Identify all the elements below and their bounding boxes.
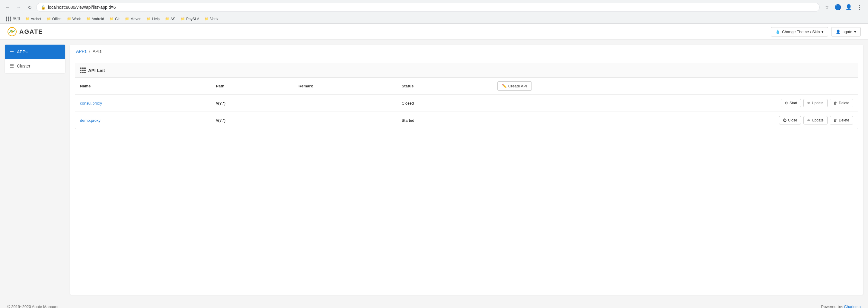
close-button-row2[interactable]: ⏻ Close <box>779 116 801 125</box>
create-api-label: Create API <box>508 84 527 88</box>
folder-icon: 📁 <box>125 17 129 21</box>
col-path: Path <box>211 78 294 95</box>
dropdown-arrow-user: ▾ <box>854 30 856 34</box>
bookmark-work[interactable]: 📁 Work <box>65 16 83 22</box>
bookmark-label: Vertx <box>210 17 218 21</box>
bookmark-label: Git <box>115 17 120 21</box>
apps-grid-icon <box>6 16 11 22</box>
folder-icon: 📁 <box>205 17 209 21</box>
url-input[interactable] <box>48 5 815 10</box>
panel-grid-icon <box>80 68 86 73</box>
bookmark-label: Archet <box>31 17 41 21</box>
start-button-row1[interactable]: ⚙ Start <box>781 99 801 107</box>
trash-icon: 🗑 <box>834 101 837 105</box>
delete-button-row2[interactable]: 🗑 Delete <box>830 116 853 125</box>
create-api-button[interactable]: ✏️ Create API <box>497 81 532 91</box>
gear-icon: ⚙ <box>785 101 788 105</box>
apps-list-icon: ☰ <box>10 49 14 55</box>
extension-button[interactable]: 🔵 <box>833 2 843 12</box>
start-label: Start <box>789 101 797 105</box>
folder-icon: 📁 <box>165 17 169 21</box>
apps-bookmark[interactable]: 应用 <box>4 15 22 22</box>
sidebar: ☰ APPs ☰ Cluster <box>5 45 65 73</box>
footer: © 2019~2020 Agate Manager Powered by: Ch… <box>0 300 868 308</box>
back-button[interactable]: ← <box>4 3 12 11</box>
change-theme-button[interactable]: 💧 Change Theme / Skin ▾ <box>771 27 829 36</box>
table-row: consul.proxy //(?.*) Closed ⚙ Start ✏ <box>75 95 858 112</box>
delete-button-row1[interactable]: 🗑 Delete <box>830 99 853 107</box>
folder-icon: 📁 <box>86 17 91 21</box>
charisma-link[interactable]: Charisma <box>844 304 861 308</box>
header-right: 💧 Change Theme / Skin ▾ 👤 agate ▾ <box>771 27 861 36</box>
row1-path: //(?.*) <box>211 95 294 112</box>
bookmark-git[interactable]: 📁 Git <box>107 16 122 22</box>
forward-button[interactable]: → <box>14 3 23 11</box>
folder-icon: 📁 <box>25 17 30 21</box>
pencil-icon: ✏ <box>807 118 810 122</box>
folder-icon: 📁 <box>110 17 114 21</box>
dropdown-arrow-theme: ▾ <box>822 30 824 34</box>
bookmark-office[interactable]: 📁 Office <box>44 16 64 22</box>
sidebar-item-apps-label: APPs <box>17 49 28 54</box>
row2-status: Started <box>397 112 493 129</box>
change-theme-label: Change Theme / Skin <box>782 30 820 34</box>
col-status: Status <box>397 78 493 95</box>
pencil-icon: ✏ <box>807 101 810 105</box>
agate-logo-icon <box>7 27 17 36</box>
bookmark-help[interactable]: 📁 Help <box>144 16 162 22</box>
consul-proxy-link[interactable]: consul.proxy <box>80 101 102 105</box>
powered-by: Powered by: Charisma <box>821 304 861 308</box>
user-menu-button[interactable]: 👤 agate ▾ <box>831 27 861 36</box>
app-logo: AGATE <box>7 27 43 36</box>
bookmark-as[interactable]: 📁 AS <box>163 16 178 22</box>
bookmark-label: Office <box>52 17 62 21</box>
folder-icon: 📁 <box>67 17 71 21</box>
bookmark-archet[interactable]: 📁 Archet <box>23 16 44 22</box>
row1-remark <box>294 95 397 112</box>
update-button-row2[interactable]: ✏ Update <box>803 116 828 125</box>
close-label: Close <box>788 118 797 122</box>
update-button-row1[interactable]: ✏ Update <box>803 99 828 107</box>
folder-icon: 📁 <box>47 17 51 21</box>
row2-name: demo.proxy <box>75 112 211 129</box>
col-actions: ✏️ Create API <box>493 78 858 95</box>
star-button[interactable]: ☆ <box>822 2 832 12</box>
update-label: Update <box>812 118 824 122</box>
folder-icon: 📁 <box>181 17 185 21</box>
api-list-panel: API List Name Path Remark Status ✏️ Crea… <box>75 63 858 129</box>
bookmark-vertx[interactable]: 📁 Vertx <box>202 16 221 22</box>
bookmark-maven[interactable]: 📁 Maven <box>123 16 144 22</box>
svg-point-1 <box>11 30 13 33</box>
apps-label: 应用 <box>13 16 20 22</box>
delete-label: Delete <box>839 101 849 105</box>
bookmark-android[interactable]: 📁 Android <box>84 16 106 22</box>
panel-header: API List <box>75 63 858 78</box>
bookmark-paysla[interactable]: 📁 PaySLA <box>178 16 202 22</box>
demo-proxy-link[interactable]: demo.proxy <box>80 118 100 123</box>
panel-title: API List <box>88 68 105 73</box>
user-label: agate <box>842 30 852 34</box>
lock-icon: 🔒 <box>41 5 45 10</box>
bookmark-label: Work <box>72 17 81 21</box>
account-button[interactable]: 👤 <box>844 2 854 12</box>
user-icon: 👤 <box>836 30 840 34</box>
breadcrumb: APPs / APIs <box>70 45 863 58</box>
breadcrumb-current: APIs <box>93 49 102 54</box>
table-row: demo.proxy //(?.*) Started ⏻ Close ✏ <box>75 112 858 129</box>
bookmarks-bar: 应用 📁 Archet 📁 Office 📁 Work 📁 Android 📁 … <box>0 14 868 24</box>
menu-button[interactable]: ⋮ <box>855 2 864 12</box>
row1-actions: ⚙ Start ✏ Update 🗑 Delete <box>493 95 858 112</box>
bookmark-label: Android <box>92 17 104 21</box>
sidebar-item-apps[interactable]: ☰ APPs <box>5 45 65 59</box>
sidebar-item-cluster-label: Cluster <box>17 64 30 68</box>
update-label: Update <box>812 101 824 105</box>
row1-name: consul.proxy <box>75 95 211 112</box>
reload-button[interactable]: ↻ <box>25 3 34 11</box>
power-icon: ⏻ <box>783 118 786 122</box>
content-area: APPs / APIs API List Name Path Rema <box>70 45 863 295</box>
bookmark-label: Maven <box>130 17 141 21</box>
breadcrumb-apps-link[interactable]: APPs <box>76 49 87 54</box>
logo-text: AGATE <box>19 28 43 35</box>
sidebar-item-cluster[interactable]: ☰ Cluster <box>5 59 65 73</box>
breadcrumb-separator: / <box>89 49 90 54</box>
